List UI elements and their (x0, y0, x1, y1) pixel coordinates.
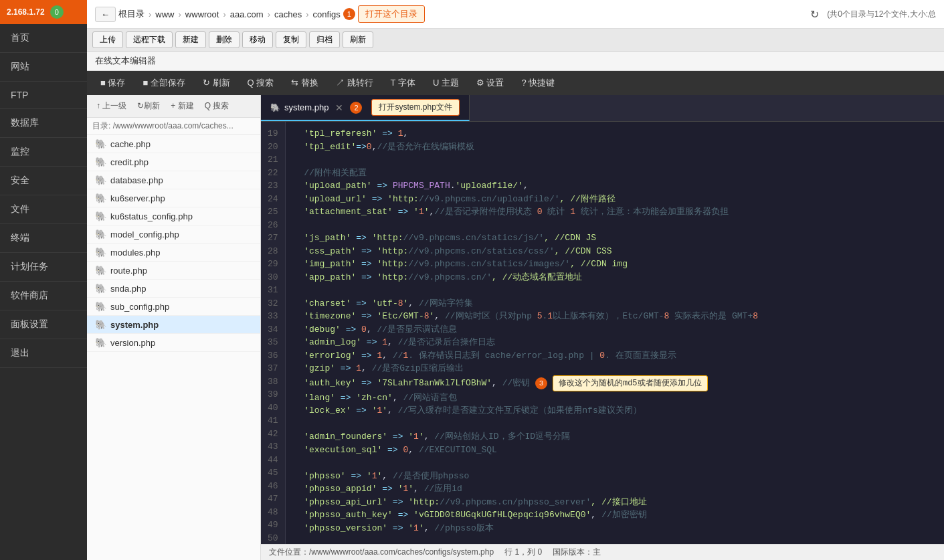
file-item[interactable]: 🐘database.php (87, 171, 260, 189)
file-item[interactable]: 🐘version.php (87, 334, 260, 352)
refresh-button[interactable]: 刷新 (343, 31, 373, 48)
ip-address: 2.168.1.72 (7, 7, 45, 17)
save-all-button[interactable]: ■ 全部保存 (134, 74, 193, 92)
code-line: 'tpl_edit'=>0,//是否允许在线编辑模板 (294, 141, 936, 154)
file-item[interactable]: 🐘snda.php (87, 280, 260, 298)
sidebar-item-website[interactable]: 网站 (0, 53, 87, 82)
code-line: 'auth_key' => '7SLahrT8anWkl7LfOBhW', //… (294, 375, 936, 391)
jump-button[interactable]: ↗ 跳转行 (328, 74, 381, 92)
code-line: 'js_path' => 'http://v9.phpcms.cn/static… (294, 231, 936, 245)
sidebar-item-cron[interactable]: 计划任务 (0, 253, 87, 282)
sidebar-item-security[interactable]: 安全 (0, 167, 87, 195)
sidebar-item-home[interactable]: 首页 (0, 24, 87, 53)
main-area: ← 根目录 › www › wwwroot › aaa.com › caches… (87, 0, 944, 560)
panel-search-button[interactable]: Q 搜索 (201, 98, 233, 114)
search-button[interactable]: Q 搜索 (240, 74, 282, 92)
up-level-button[interactable]: ↑ 上一级 (92, 98, 130, 114)
font-button[interactable]: T 字体 (383, 74, 423, 92)
upload-button[interactable]: 上传 (92, 31, 123, 48)
file-item[interactable]: 🐘cache.php (87, 135, 260, 153)
panel-new-button[interactable]: + 新建 (167, 98, 197, 114)
file-icon: 🐘 (95, 157, 106, 167)
tab-close-button[interactable]: ✕ (335, 102, 343, 113)
file-name: modules.php (110, 248, 160, 258)
code-content[interactable]: 1920212223242526272829303132333435363738… (261, 122, 944, 544)
file-item[interactable]: 🐘sub_config.php (87, 298, 260, 316)
file-name: system.php (110, 320, 159, 330)
file-icon: 🐘 (95, 138, 106, 149)
code-editor: 🐘 system.php ✕ 2 打开system.php文件 19202122… (261, 95, 944, 560)
sidebar-item-logout[interactable]: 退出 (0, 339, 87, 368)
new-button[interactable]: 新建 (175, 31, 206, 48)
file-icon: 🐘 (95, 265, 106, 276)
file-list: 🐘cache.php🐘credit.php🐘database.php🐘ku6se… (87, 135, 260, 560)
file-name: model_config.php (110, 229, 179, 240)
file-name: credit.php (110, 157, 149, 167)
file-name: ku6status_config.php (110, 211, 193, 221)
code-line: 'tpl_referesh' => 1, (294, 127, 936, 141)
file-item[interactable]: 🐘ku6server.php (87, 189, 260, 207)
tab-annotation-2: 2 (350, 102, 362, 114)
file-item[interactable]: 🐘ku6status_config.php (87, 207, 260, 225)
settings-button[interactable]: ⚙ 设置 (468, 74, 512, 92)
breadcrumb-aaacom[interactable]: aaa.com (230, 9, 264, 19)
copy-button[interactable]: 复制 (276, 31, 306, 48)
sidebar-item-terminal[interactable]: 终端 (0, 224, 87, 253)
theme-button[interactable]: U 主题 (425, 74, 467, 92)
save-button[interactable]: ■ 保存 (92, 74, 133, 92)
sidebar-item-database[interactable]: 数据库 (0, 109, 87, 138)
breadcrumb-root[interactable]: 根目录 (118, 8, 145, 20)
code-line: 'phpsso_auth_key' => 'vGIDD0t8UGqkUGfHLQ… (294, 508, 936, 522)
editor-toolbar: ■ 保存 ■ 全部保存 ↻ 刷新 Q 搜索 ⇆ 替换 ↗ 跳转行 T 字体 U … (87, 71, 944, 95)
code-line (294, 284, 936, 297)
file-item[interactable]: 🐘system.php (87, 316, 260, 334)
code-line: 'gzip' => 1, //是否Gzip压缩后输出 (294, 362, 936, 375)
file-icon: 🐘 (95, 337, 106, 348)
file-icon: 🐘 (95, 229, 106, 240)
breadcrumb-configs[interactable]: configs (313, 9, 341, 19)
breadcrumb-www[interactable]: www (155, 9, 174, 19)
annotation-3-num: 3 (535, 377, 547, 389)
help-button[interactable]: ? 快捷键 (514, 74, 563, 92)
open-dir-button[interactable]: 打开这个目录 (358, 5, 425, 23)
code-line: 'lang' => 'zh-cn', //网站语言包 (294, 391, 936, 405)
sidebar-header: 2.168.1.72 0 (0, 0, 87, 24)
remote-download-button[interactable]: 远程下载 (126, 31, 173, 48)
back-button[interactable]: ← (95, 7, 116, 22)
file-item[interactable]: 🐘model_config.php (87, 225, 260, 244)
code-lines: 'tpl_referesh' => 1, 'tpl_edit'=>0,//是否允… (286, 122, 944, 544)
breadcrumb-wwwroot[interactable]: wwwroot (185, 9, 219, 19)
file-icon: 🐘 (95, 211, 106, 221)
panel-refresh-button[interactable]: ↻刷新 (133, 98, 164, 114)
sidebar-item-store[interactable]: 软件商店 (0, 282, 87, 310)
file-name: database.php (110, 175, 163, 185)
sidebar-item-files[interactable]: 文件 (0, 195, 87, 224)
sidebar-item-monitor[interactable]: 监控 (0, 138, 87, 167)
code-line: 'css_path' => 'http://v9.phpcms.cn/stati… (294, 245, 936, 258)
code-line: 'attachment_stat' => '1',//是否记录附件使用状态 0 … (294, 205, 936, 219)
code-tab-system-php[interactable]: 🐘 system.php ✕ 2 打开system.php文件 (261, 95, 470, 121)
sidebar-item-panel-settings[interactable]: 面板设置 (0, 310, 87, 339)
file-icon: 🐘 (95, 319, 106, 330)
delete-button[interactable]: 删除 (209, 31, 240, 48)
file-path-status: 文件位置：/www/wwwroot/aaa.com/caches/configs… (269, 547, 494, 558)
breadcrumb-refresh-button[interactable]: ↻ (810, 8, 819, 21)
file-name: snda.php (110, 284, 147, 294)
file-item[interactable]: 🐘credit.php (87, 153, 260, 171)
code-line: 'phpsso_version' => '1', //phpsso版本 (294, 522, 936, 535)
editor-label-bar: 在线文本编辑器 (87, 52, 944, 71)
file-item[interactable]: 🐘modules.php (87, 244, 260, 262)
editor-label: 在线文本编辑器 (95, 56, 156, 66)
replace-button[interactable]: ⇆ 替换 (283, 74, 326, 92)
code-line: 'lock_ex' => '1', //写入缓存时是否建立文件互斥锁定（如果使用… (294, 404, 936, 417)
sidebar-item-ftp[interactable]: FTP (0, 82, 87, 109)
archive-button[interactable]: 归档 (309, 31, 340, 48)
breadcrumb-caches[interactable]: caches (274, 9, 302, 19)
move-button[interactable]: 移动 (242, 31, 273, 48)
code-line: 'phpsso_appid' => '1', //应用id (294, 482, 936, 496)
online-badge: 0 (50, 5, 64, 19)
code-line: 'timezone' => 'Etc/GMT-8', //网站时区（只对php … (294, 310, 936, 323)
file-item[interactable]: 🐘route.php (87, 262, 260, 280)
editor-refresh-button[interactable]: ↻ 刷新 (195, 74, 238, 92)
encoding-status: 国际版本：主 (553, 547, 601, 558)
